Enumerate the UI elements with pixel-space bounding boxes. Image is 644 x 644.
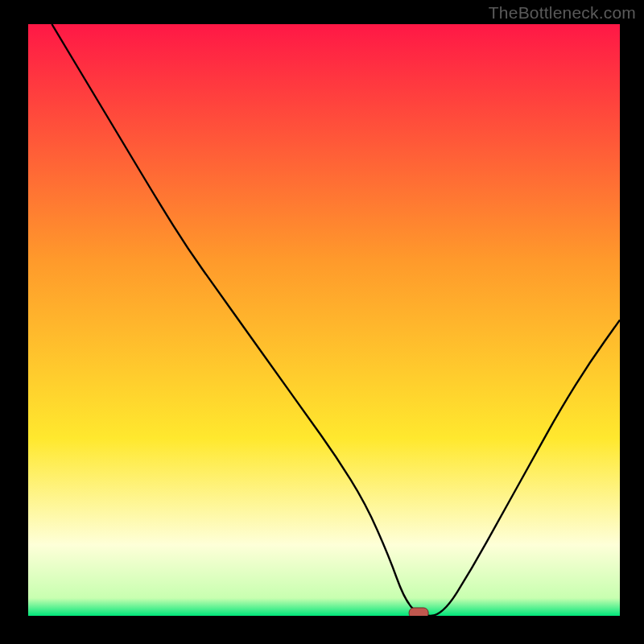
plot-area bbox=[28, 24, 620, 616]
chart-container: TheBottleneck.com bbox=[0, 0, 644, 644]
optimal-marker bbox=[409, 608, 428, 616]
chart-svg bbox=[28, 24, 620, 616]
watermark-text: TheBottleneck.com bbox=[489, 3, 636, 23]
gradient-background bbox=[28, 24, 620, 616]
